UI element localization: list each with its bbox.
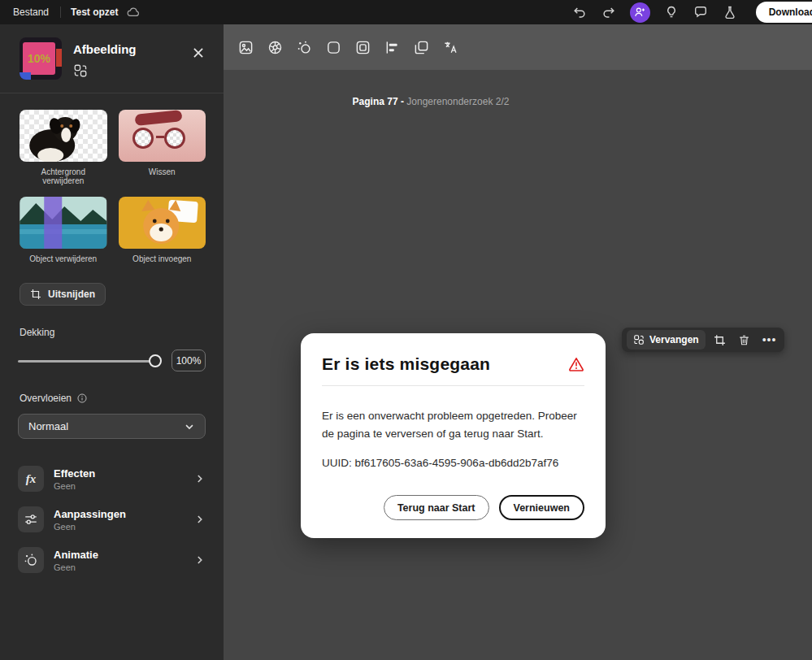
canvas-area: Pagina 77 - Jongerenonderzoek 2/2 Vervan… [224,24,812,660]
adjustments-sliders-icon [18,506,44,532]
remove-background-card[interactable]: Achtergrond verwijderen [20,110,107,185]
erase-card[interactable]: Wissen [119,110,206,185]
blend-mode-value: Normaal [28,420,68,432]
animation-row[interactable]: Animatie Geen [0,540,224,580]
card-label: Object verwijderen [20,254,107,263]
crop-icon[interactable] [710,330,730,350]
remove-object-card[interactable]: Object verwijderen [20,197,107,263]
color-wheel-icon[interactable] [266,38,284,57]
row-subtitle: Geen [54,481,95,491]
chevron-right-icon [194,554,206,566]
topbar: Bestand Test opzet [0,0,812,24]
replace-button-label: Vervangen [649,334,699,345]
chevron-right-icon [194,473,206,484]
opacity-slider-knob[interactable] [149,354,162,367]
frame-mask-icon[interactable] [354,38,372,57]
adjustments-row[interactable]: Aanpassingen Geen [0,499,224,540]
opacity-label: Dekking [20,327,204,338]
panel-header: 10% Afbeelding [0,24,224,89]
card-label: Wissen [119,167,206,176]
opacity-slider[interactable] [18,354,162,367]
replace-image-icon[interactable] [73,63,88,78]
remove-background-preview [20,110,107,162]
invite-collaborators-button[interactable] [630,2,650,23]
crop-button[interactable]: Uitsnijden [20,283,106,306]
ideas-lightbulb-icon[interactable] [663,4,680,20]
app-window: Bestand Test opzet [0,0,812,660]
card-label: Achtergrond verwijderen [20,167,107,185]
row-subtitle: Geen [54,562,98,572]
insert-object-card[interactable]: Object invoegen [119,197,206,263]
delete-trash-icon[interactable] [735,330,754,350]
close-panel-icon[interactable] [191,46,206,60]
redo-icon[interactable] [601,4,617,20]
download-button[interactable]: Download [756,2,812,23]
dialog-divider [322,385,584,386]
chevron-down-icon [184,421,195,432]
page-number: Pagina 77 - [353,96,404,107]
refresh-button[interactable]: Vernieuwen [499,495,584,520]
effects-fx-icon: fx [18,466,44,492]
document-title[interactable]: Test opzet [67,7,121,18]
chevron-right-icon [194,514,206,525]
row-title: Animatie [54,549,98,561]
align-icon[interactable] [383,38,402,57]
error-uuid: UUID: bf617605-63a6-4595-906a-db6dd2b7af… [322,457,584,469]
topbar-divider [60,7,61,18]
remove-object-preview [20,197,107,249]
panel-title: Afbeelding [73,42,137,56]
replace-button[interactable]: Vervangen [627,330,706,350]
info-icon[interactable] [76,393,88,404]
more-options-icon[interactable]: ••• [759,333,780,346]
alert-warning-icon [568,356,584,372]
comments-icon[interactable] [693,4,709,20]
crop-icon [30,289,41,300]
card-label: Object invoegen [119,254,206,263]
animate-icon[interactable] [295,38,314,57]
replace-media-icon[interactable] [237,38,255,57]
image-properties-panel: 10% Afbeelding [0,24,224,660]
menu-bestand[interactable]: Bestand [8,7,54,18]
selected-image-thumbnail: 10% [20,37,62,80]
row-title: Aanpassingen [54,508,126,520]
back-to-start-button[interactable]: Terug naar Start [384,495,489,520]
replace-icon [633,334,645,345]
insert-object-preview [119,197,206,249]
error-dialog-title: Er is iets misgegaan [322,354,490,374]
canvas-toolbar [224,24,812,70]
error-message: Er is een onverwacht probleem opgetreden… [322,407,584,442]
translate-icon[interactable] [441,38,460,57]
beta-flask-icon[interactable] [722,4,738,20]
row-title: Effecten [54,467,95,480]
page-indicator: Pagina 77 - Jongerenonderzoek 2/2 [337,96,524,107]
row-subtitle: Geen [54,522,126,532]
duplicate-layers-icon[interactable] [412,38,431,57]
error-dialog: Er is iets misgegaan Er is een onverwach… [301,333,606,538]
quick-actions-grid: Achtergrond verwijderen Wissen [0,93,224,263]
undo-icon[interactable] [571,4,588,20]
page-name: Jongerenonderzoek 2/2 [406,96,509,107]
thumbnail-text: 10% [28,52,50,65]
blend-mode-select[interactable]: Normaal [18,414,206,439]
crop-button-label: Uitsnijden [48,289,95,300]
blend-label: Overvloeien [20,393,72,404]
effects-row[interactable]: fx Effecten Geen [0,458,224,499]
animation-icon [18,547,44,573]
erase-preview [119,110,206,162]
corner-radius-icon[interactable] [324,38,343,57]
selection-context-toolbar: Vervangen ••• [622,328,784,352]
cloud-sync-icon [127,7,140,17]
opacity-value-field[interactable]: 100% [172,350,206,371]
